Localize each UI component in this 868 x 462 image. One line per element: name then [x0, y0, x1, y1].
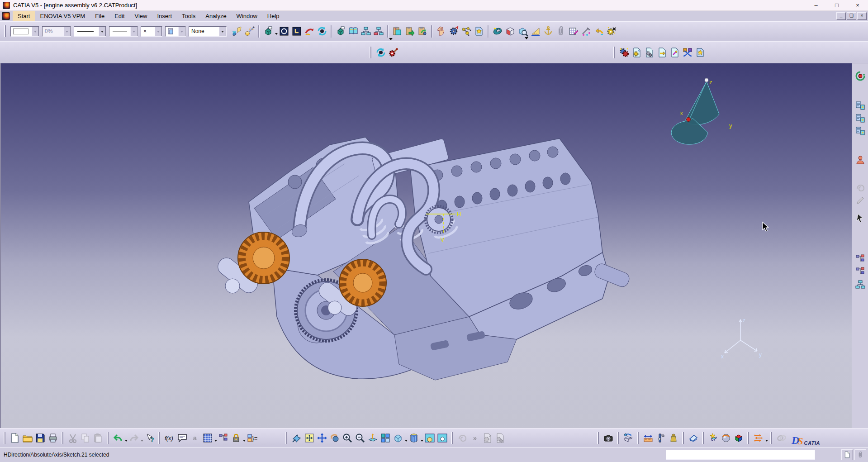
toolbar-handle[interactable]	[747, 432, 750, 444]
fit-all-in-icon[interactable]	[303, 432, 316, 444]
3d-viewport[interactable]: H V z y x z x y	[0, 63, 852, 428]
new-view-icon[interactable]	[334, 25, 347, 38]
paste-icon[interactable]	[92, 432, 104, 444]
quick-view-box-icon[interactable]	[622, 432, 635, 444]
mechanism-molecule-icon[interactable]	[460, 25, 473, 38]
toolbar-handle[interactable]	[4, 25, 7, 37]
tools-options-icon[interactable]	[580, 25, 593, 38]
swirl-icon[interactable]	[854, 181, 867, 194]
sketcher-grid-icon[interactable]	[567, 25, 580, 38]
line-type-combo[interactable]	[109, 26, 138, 37]
link-chain-icon[interactable]	[775, 432, 788, 444]
line-weight-combo[interactable]	[74, 26, 106, 37]
smart-move-icon[interactable]	[387, 46, 400, 59]
copy-icon[interactable]	[79, 432, 92, 444]
lock-icon[interactable]	[230, 432, 242, 444]
fast-forward-icon[interactable]: »	[469, 432, 481, 444]
save-icon[interactable]	[34, 432, 47, 444]
zoom-out-icon[interactable]	[354, 432, 366, 444]
render-mode-combo[interactable]: None	[189, 26, 227, 37]
constraints-dots-icon[interactable]	[752, 432, 765, 444]
maximize-button[interactable]: □	[826, 0, 847, 10]
pan-icon[interactable]	[316, 432, 328, 444]
redo-icon[interactable]	[128, 432, 140, 444]
command-input[interactable]	[666, 450, 815, 460]
render-style-icon[interactable]	[408, 432, 420, 444]
torus-icon[interactable]	[491, 25, 504, 38]
tree-document-3-icon[interactable]	[854, 125, 867, 138]
minimize-button[interactable]: –	[806, 0, 826, 10]
fill-color-combo[interactable]	[10, 26, 39, 37]
session-person-icon[interactable]	[854, 153, 867, 166]
menu-analyze[interactable]: Analyze	[200, 11, 231, 21]
menu-file[interactable]: File	[90, 11, 109, 21]
linked-view-2-icon[interactable]	[494, 432, 507, 444]
product-graph-icon[interactable]	[360, 25, 372, 38]
render-mode-dropdown[interactable]	[219, 27, 226, 36]
toolbar-handle[interactable]	[617, 432, 620, 444]
select-pointer-icon[interactable]	[854, 212, 867, 224]
new-document-icon[interactable]	[9, 432, 21, 444]
dropdown-arrow-icon[interactable]	[765, 440, 768, 443]
print-icon[interactable]	[47, 432, 59, 444]
menu-edit[interactable]: Edit	[109, 11, 129, 21]
toolbar-handle[interactable]	[4, 432, 6, 444]
snap-rotate-icon[interactable]	[375, 46, 387, 59]
named-view-thumbnail-icon[interactable]	[290, 25, 303, 38]
paste-shortcut-icon[interactable]	[391, 25, 403, 38]
workbench-gear-icon[interactable]	[854, 70, 867, 82]
open-catalog-icon[interactable]	[631, 46, 643, 59]
cut-icon[interactable]	[66, 432, 79, 444]
menu-insert[interactable]: Insert	[152, 11, 177, 21]
fly-through-icon[interactable]	[303, 25, 316, 38]
measure-between-icon[interactable]	[642, 432, 655, 444]
toolbar-handle[interactable]	[637, 432, 640, 444]
iso-view-icon[interactable]	[392, 432, 404, 444]
layer-combo[interactable]	[165, 26, 186, 37]
design-table-icon[interactable]	[201, 432, 214, 444]
menu-tools[interactable]: Tools	[177, 11, 200, 21]
open-document-icon[interactable]	[21, 432, 34, 444]
close-button[interactable]: ×	[847, 0, 868, 10]
snap-gear-icon[interactable]	[447, 25, 460, 38]
annotate-pencil-icon[interactable]	[854, 194, 867, 207]
assembly-structure-1-icon[interactable]	[854, 252, 867, 265]
hide-show-icon[interactable]	[423, 432, 436, 444]
paste-link-icon[interactable]	[403, 25, 416, 38]
assembly-graph-icon[interactable]	[854, 278, 867, 291]
isometric-view-icon[interactable]	[262, 25, 275, 38]
toolbar-handle[interactable]	[62, 432, 64, 444]
transparency-combo[interactable]: 0%	[42, 26, 71, 37]
export-document-icon[interactable]	[669, 46, 681, 59]
toolbar-handle[interactable]	[597, 432, 600, 444]
update-arrow-icon[interactable]	[593, 25, 605, 38]
material-cube-icon[interactable]	[504, 25, 517, 38]
point-symbol-dropdown[interactable]	[155, 27, 162, 36]
swap-visible-space-icon[interactable]	[436, 432, 449, 444]
toolbar-handle[interactable]	[370, 47, 372, 58]
examine-rotate-icon[interactable]	[316, 25, 328, 38]
formula-icon[interactable]: f(x)	[163, 432, 176, 444]
import-document-icon[interactable]	[656, 46, 669, 59]
fly-mode-icon[interactable]	[290, 432, 303, 444]
transparency-dropdown[interactable]	[63, 27, 71, 36]
manipulate-hand-icon[interactable]	[435, 25, 447, 38]
rotate-icon[interactable]	[328, 432, 341, 444]
mdi-restore-button[interactable]: ❏	[847, 12, 856, 20]
eraser-icon[interactable]	[687, 432, 700, 444]
comment-bubble-icon[interactable]	[176, 432, 189, 444]
named-view-circle-icon[interactable]	[278, 25, 290, 38]
whats-this-icon[interactable]: ?	[143, 432, 156, 444]
point-symbol-combo[interactable]: ×	[141, 26, 162, 37]
mdi-minimize-button[interactable]: _	[836, 12, 846, 20]
line-weight-dropdown[interactable]	[99, 27, 106, 36]
measure-inertia-icon[interactable]	[667, 432, 680, 444]
toolbar-handle[interactable]	[702, 432, 705, 444]
line-type-dropdown[interactable]	[130, 27, 138, 36]
linked-view-1-icon[interactable]	[481, 432, 494, 444]
normal-view-icon[interactable]	[366, 432, 379, 444]
painter-icon[interactable]	[231, 25, 243, 38]
toolbar-handle[interactable]	[285, 432, 288, 444]
undo-icon[interactable]	[112, 432, 124, 444]
environment-sphere-icon[interactable]	[720, 432, 732, 444]
